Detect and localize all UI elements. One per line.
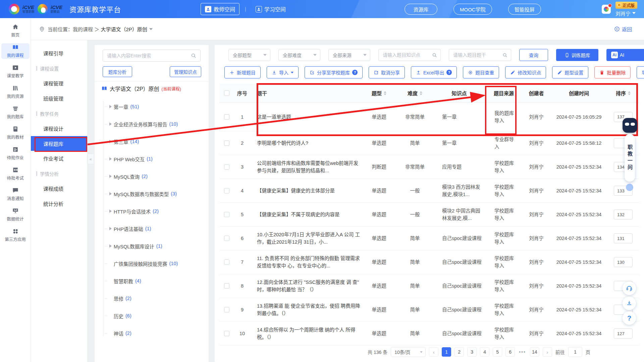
rail-item-messages[interactable]: 消息通知 <box>1 186 30 202</box>
tree-item[interactable]: MySQL数据库设计 (1) <box>95 237 209 255</box>
cell-stem[interactable]: 公司前端组件库和函数库需要每位web前端开发参与共建，是团队智慧的结晶和... <box>250 160 361 174</box>
row-checkbox[interactable] <box>224 236 229 241</box>
submenu-item[interactable]: 统计分析 <box>31 196 87 211</box>
back-button[interactable]: 返回 <box>614 25 632 33</box>
submenu-item[interactable]: 课程引导 <box>31 46 87 61</box>
expand-arrow-icon[interactable] <box>109 140 112 143</box>
row-checkbox[interactable] <box>224 259 229 265</box>
tree-item[interactable]: HTTP与会话技术 (2) <box>95 202 209 220</box>
page-ellipsis[interactable]: ••• <box>518 349 527 355</box>
header-pill-button[interactable]: 智能投屏 <box>508 4 541 15</box>
tree-item[interactable]: 广铁集团接触网技能竞赛 (10) <box>95 255 209 272</box>
page-number-button[interactable]: 2 <box>454 347 464 357</box>
assistant-banner[interactable]: 职教一问 <box>625 134 635 182</box>
tree-item[interactable]: 神话 (2) <box>95 324 209 342</box>
rail-item-home[interactable]: 首页 <box>1 23 30 39</box>
question-type-settings-button[interactable]: 题型设置 <box>552 66 588 78</box>
difficulty-select[interactable]: 全部难度 <box>278 49 320 61</box>
prev-page-button[interactable]: ‹ <box>429 347 438 357</box>
share-to-school-bank-button[interactable]: 分享至学校题库 ? <box>305 66 363 78</box>
submenu-item[interactable]: 学情分析 <box>31 166 87 181</box>
rail-item-my-textbooks[interactable]: 我的教材 <box>1 125 30 141</box>
page-number-button[interactable]: 1 <box>442 347 451 357</box>
submenu-item[interactable]: 班级管理 <box>31 91 87 106</box>
duplicate-check-button[interactable]: 题目查重 <box>463 66 499 78</box>
sort-arrows-icon[interactable] <box>420 91 422 95</box>
rail-item-third-party-apps[interactable]: 第三方应用 <box>1 227 30 243</box>
sort-order-input[interactable] <box>614 233 633 243</box>
import-records-button[interactable]: 导入记录 <box>637 66 644 78</box>
sort-arrows-icon[interactable] <box>384 91 386 95</box>
search-icon[interactable] <box>432 53 437 58</box>
cell-stem[interactable]: 【健康史采集】不属于现病史的内容是 <box>250 211 361 218</box>
customer-service-button[interactable] <box>623 282 636 295</box>
train-bank-button[interactable]: 训练题库 <box>556 49 598 61</box>
search-icon[interactable] <box>502 53 507 58</box>
expand-arrow-icon[interactable] <box>109 244 112 248</box>
last-page-button[interactable]: 14 <box>530 347 539 357</box>
expand-arrow-icon[interactable] <box>109 227 112 230</box>
help-float-button[interactable]: ? <box>623 311 636 325</box>
expand-arrow-icon[interactable] <box>109 209 112 213</box>
sort-order-input[interactable] <box>614 209 633 220</box>
cell-stem[interactable]: 【健康史采集】健康史的主体部分是 <box>250 187 361 194</box>
sort-arrows-icon[interactable] <box>628 91 631 95</box>
row-checkbox[interactable] <box>224 140 229 146</box>
tree-item[interactable]: 第一章 (51) <box>95 98 209 115</box>
mini-app-icon[interactable] <box>602 5 611 14</box>
rail-item-my-question-bank[interactable]: 我的题库 <box>1 105 30 120</box>
header-difficulty[interactable]: 难度 <box>397 89 433 97</box>
page-number-button[interactable]: 5 <box>493 347 502 357</box>
header-pill-button[interactable]: MOOC学院 <box>453 4 492 15</box>
rail-item-pending-exams[interactable]: 待批考试 <box>1 166 30 182</box>
submenu-item[interactable]: 教学任务 <box>31 106 87 121</box>
row-checkbox[interactable] <box>224 114 229 120</box>
expand-arrow-icon[interactable] <box>109 175 112 178</box>
query-button[interactable]: 查询 <box>519 49 548 61</box>
cell-stem[interactable]: 14.综合所得以 为一个周期计缴 纳的个人 所得税。（） <box>250 326 361 341</box>
rail-item-my-resources[interactable]: 我的资源 <box>1 84 30 100</box>
tree-item[interactable]: MySQL查询 (2) <box>95 168 209 185</box>
download-float-button[interactable] <box>623 297 636 310</box>
tree-item[interactable]: 企业经济业务核算与报告 (10) <box>95 115 209 133</box>
nav-student-space[interactable]: 学习空间 <box>252 3 290 15</box>
header-pill-button[interactable]: 资源库 <box>405 4 437 15</box>
help-question-icon[interactable]: ? <box>446 70 452 75</box>
select-all-checkbox[interactable] <box>224 90 229 96</box>
tree-item[interactable]: 第三章 (14) <box>95 133 209 150</box>
edit-knowledge-button[interactable]: 修改知识点 <box>505 66 546 78</box>
cancel-share-button[interactable]: 取消分享 <box>369 66 405 78</box>
goto-page-input[interactable] <box>568 347 582 357</box>
cell-stem[interactable]: 13.招聘渠道 能 使企业节省支出，使招 聘费用降到最小值。（） <box>250 302 361 317</box>
cell-stem[interactable]: 11. 负责将不同 的业务部门特殊的假勤 管理需求反馈给专家中 心，在专业中心的… <box>250 255 361 269</box>
tree-root[interactable]: 大学语文（2P）原创 (当前课程) <box>101 84 205 93</box>
row-checkbox[interactable] <box>224 212 229 217</box>
cell-stem[interactable]: 10.小王2020年7月1日 大学毕业即进入A 公司 工作，截止2021年12月… <box>250 231 361 246</box>
submenu-item[interactable]: 课程管理 <box>31 76 87 91</box>
page-number-button[interactable]: 4 <box>480 347 489 357</box>
submenu-item[interactable]: 课程设置 <box>31 61 87 76</box>
submenu-item[interactable]: 课程设计 <box>31 121 87 136</box>
page-number-button[interactable]: 6 <box>505 347 515 357</box>
ai-button[interactable]: Ai AI <box>606 49 644 61</box>
stem-search-input[interactable] <box>453 52 500 58</box>
submenu-item[interactable]: 作业考试 <box>31 151 87 166</box>
breadcrumb-parent[interactable]: 我的课程 <box>73 26 93 32</box>
tree-item[interactable]: 智慧职教 (4) <box>95 272 209 290</box>
next-page-button[interactable]: › <box>543 347 552 357</box>
cell-stem[interactable]: 这是一道单选题 <box>250 113 361 121</box>
row-checkbox[interactable] <box>224 331 229 336</box>
row-checkbox[interactable] <box>224 307 229 312</box>
cell-stem[interactable]: 李明是哪个朝代的诗人? <box>250 139 361 147</box>
sort-order-input[interactable] <box>614 257 633 267</box>
cell-stem[interactable]: 12.面向全体员工进行 "SSC服务的满意度 调 查" 时，哪种时机最恰 当？（… <box>250 279 361 293</box>
source-select[interactable]: 全部来源 <box>328 49 370 61</box>
page-size-select[interactable]: 10条/页 <box>391 347 426 357</box>
expand-arrow-icon[interactable] <box>109 157 112 161</box>
row-checkbox[interactable] <box>224 283 229 289</box>
page-number-button[interactable]: 3 <box>467 347 477 357</box>
submenu-item[interactable]: 课程成绩 <box>31 181 87 196</box>
sort-order-input[interactable] <box>614 328 633 339</box>
breadcrumb-chevron-down-icon[interactable] <box>149 28 153 30</box>
expand-arrow-icon[interactable] <box>109 122 112 126</box>
